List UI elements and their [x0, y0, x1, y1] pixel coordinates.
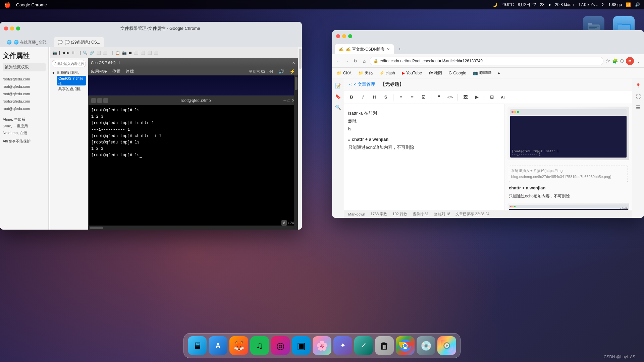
- editor-textarea[interactable]: lsattr -a 在前列 删除 ls # chattr + a wenjian…: [344, 104, 504, 210]
- bookmark-youtube[interactable]: ▶ YouTube: [400, 70, 424, 76]
- forward-button[interactable]: →: [343, 58, 350, 64]
- menubar: 🍎 Google Chrome 🌙 29.9°C 8月2日 22：28 ● 20…: [0, 0, 644, 9]
- right-addressbar: ← → ↻ ⌂ 🔒 editor.csdn.net/md?not_checkou…: [332, 54, 644, 68]
- chrome-tab-live[interactable]: 🌐 🌐 在线直播_全部...: [3, 37, 54, 47]
- maximize-button-right[interactable]: [348, 34, 352, 38]
- menu-terminal[interactable]: 终端: [126, 69, 134, 74]
- file-tree-shared[interactable]: 共享的虚拟机: [57, 86, 86, 92]
- finder-icon: 🖥: [193, 340, 202, 351]
- preview-chattr-heading: chattr + a wenjian: [509, 185, 628, 192]
- toolbar-unordered[interactable]: ≡: [396, 93, 406, 102]
- preview-chattr-desc: 只能通过echo追加内容，不可删除: [509, 193, 628, 199]
- dock-icon-photos[interactable]: 🌸: [313, 336, 331, 355]
- dock-icon-launchpad[interactable]: [437, 336, 456, 355]
- breadcrumb-arrow: ＜: [348, 82, 353, 87]
- bookmark-beautify[interactable]: 📁 美化: [356, 69, 375, 76]
- back-button[interactable]: ←: [335, 58, 341, 64]
- tab-csdn-editor[interactable]: ✍ ✍ 写文章-CSDN博客 ✕: [335, 44, 394, 54]
- dock-icon-things[interactable]: ✓: [354, 336, 373, 355]
- dock-icon-app5[interactable]: ◎: [271, 336, 290, 355]
- appstore-icon: A: [216, 342, 220, 350]
- chrome-menu-icon[interactable]: ⋮: [636, 58, 641, 64]
- dock-icon-disk[interactable]: 💿: [417, 336, 435, 355]
- bookmark-google-label: Google: [453, 71, 466, 75]
- term-line-6: [root@qfedu tmp]# ls: [91, 139, 295, 146]
- refresh-button[interactable]: ↻: [352, 58, 359, 64]
- extension-icon-1[interactable]: 🧩: [612, 58, 618, 64]
- editor-tool-2[interactable]: 🔖: [333, 92, 343, 101]
- menubar-network-up: 20.8 kb/s ↑: [555, 2, 574, 7]
- menu-location[interactable]: 位置: [112, 69, 120, 74]
- toolbar-bold[interactable]: B: [347, 93, 356, 102]
- svg-rect-6: [617, 23, 622, 25]
- bookmark-star-icon[interactable]: ☆: [605, 58, 610, 64]
- bookmark-map[interactable]: 🗺 地图: [427, 69, 444, 76]
- toolbar-video[interactable]: ▶: [472, 93, 481, 102]
- dock-icon-firefox[interactable]: 🦊: [229, 336, 248, 355]
- menubar-sound-icon: 🔊: [635, 2, 640, 7]
- extension-icon-2[interactable]: ⬡: [620, 58, 624, 64]
- close-button-right[interactable]: [336, 34, 340, 38]
- editor-tool-3[interactable]: 🔍: [333, 103, 343, 112]
- centos-window-titlebar: CentOS 7 64位 -1 ✕: [88, 58, 298, 67]
- bookmark-bilibili[interactable]: 📺 咋哔哔: [471, 69, 493, 76]
- file-prop-title: 文件属性: [3, 51, 46, 60]
- menubar-memory: 1.88 gb: [608, 2, 622, 7]
- editor-breadcrumb[interactable]: ＜ < 文章管理: [348, 81, 375, 87]
- dock-icon-spotify[interactable]: ♫: [250, 336, 269, 355]
- editor-right-tool-outline[interactable]: ☰: [634, 103, 643, 112]
- bookmark-google[interactable]: G Google: [447, 70, 468, 76]
- status-current-line: 当前行 81: [413, 212, 429, 217]
- bookmark-map-label: 地图: [434, 70, 442, 76]
- url-bar[interactable]: 🔒 editor.csdn.net/md?not_checkout=1&arti…: [370, 57, 603, 65]
- dock-icon-chrome[interactable]: [396, 336, 415, 355]
- toolbar-quote[interactable]: ❝: [434, 93, 443, 102]
- toolbar-code[interactable]: </>: [445, 93, 455, 102]
- right-titlebar: [332, 30, 644, 42]
- toolbar-table[interactable]: ⊞: [487, 93, 496, 102]
- toolbar-ordered[interactable]: ≡: [408, 93, 417, 102]
- close-button-left[interactable]: [4, 26, 8, 31]
- menu-applications[interactable]: 应用程序: [91, 69, 107, 74]
- file-search-input[interactable]: [52, 60, 86, 67]
- lock-icon: 🔒: [373, 59, 378, 63]
- term-line-3: [root@qfedu tmp]# lsattr 1: [91, 120, 295, 126]
- things-icon: ✓: [361, 341, 367, 350]
- file-tree-my-computer: ▼🖥我的计算机 CentOS 7 64位 -1 共享的虚拟机: [50, 69, 88, 93]
- bookmark-more[interactable]: ▸: [496, 70, 502, 76]
- user-avatar-icon[interactable]: M: [626, 57, 634, 65]
- tab-close-icon[interactable]: ✕: [387, 47, 390, 52]
- home-button[interactable]: ⌂: [361, 58, 368, 64]
- toolbar-image[interactable]: 🖼: [461, 93, 470, 102]
- maximize-button-left[interactable]: [16, 26, 20, 31]
- vm-desktop: root@qfedu:/tmp ─ □ ✕ [root@qfedu tmp]# …: [88, 75, 298, 230]
- bookmark-youtube-label: YouTube: [406, 71, 422, 75]
- disk-icon: 💿: [420, 340, 432, 351]
- minimize-button-left[interactable]: [10, 26, 14, 31]
- editor-right-tool-location[interactable]: 📍: [634, 81, 643, 90]
- toolbar-heading[interactable]: H: [370, 93, 379, 102]
- file-tree-centos[interactable]: CentOS 7 64位 -1: [57, 76, 86, 85]
- editor-right-tool-fullscreen[interactable]: ⛶: [634, 92, 643, 101]
- toolbar-strikethrough[interactable]: S: [381, 93, 390, 102]
- chrome-tab-csdn[interactable]: 💬 💬 (29条消息) CS...: [54, 37, 104, 47]
- status-lines: 102 行数: [392, 212, 407, 217]
- apple-logo-icon[interactable]: 🍎: [4, 2, 11, 8]
- toolbar-superscript[interactable]: A↑: [498, 93, 508, 102]
- toolbar-italic[interactable]: I: [358, 93, 368, 102]
- toolbar-task[interactable]: ☑: [419, 93, 428, 102]
- editor-preview: [root@qfedu tmp]# lsattr 1 ---i---------…: [504, 104, 632, 210]
- dock-icon-trash[interactable]: 🗑: [375, 336, 394, 355]
- tab-new[interactable]: +: [394, 44, 445, 54]
- bookmark-cka[interactable]: 📁 CKA: [335, 70, 354, 76]
- editor-tool-1[interactable]: 📝: [333, 81, 343, 90]
- dock-icon-appstore[interactable]: A: [209, 336, 227, 355]
- dock-icon-setapp[interactable]: ✦: [333, 336, 352, 355]
- squares-icon: ▣: [297, 340, 306, 351]
- minimize-button-right[interactable]: [342, 34, 346, 38]
- dock-icon-squares[interactable]: ▣: [292, 336, 311, 355]
- bookmark-google-icon: G: [449, 71, 452, 75]
- bookmark-clash[interactable]: ⚡ clash: [377, 70, 397, 76]
- status-current-col: 当前列 18: [434, 212, 450, 217]
- dock-icon-finder[interactable]: 🖥: [188, 336, 207, 355]
